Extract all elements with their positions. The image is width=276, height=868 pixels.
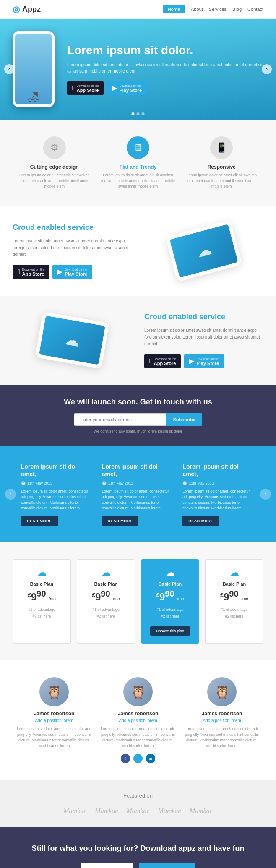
apple-icon: : [72, 84, 75, 92]
plan-3-currency: £: [156, 592, 159, 598]
c2-playstore-name: Play Store: [196, 361, 219, 366]
cloud-2-buttons:  Download on the App Store ▶ Download o…: [144, 354, 263, 368]
navbar: ◎ Appz Home About Services Blog Contact: [0, 0, 276, 19]
blog-2-date: 🕐 11th May 2013: [102, 481, 174, 485]
cloud-2-appstore-button[interactable]:  Download on the App Store: [144, 354, 181, 368]
blog-next-arrow[interactable]: ›: [260, 489, 271, 500]
avatar-2: 🦉: [123, 677, 153, 706]
c2-appstore-name: App Store: [154, 361, 176, 366]
blog-1-date: 🕐 11th May 2013: [21, 481, 94, 485]
plan-1-period: /mo: [49, 597, 56, 601]
plan-1-features: #1 of advantage #2 list here: [18, 606, 65, 620]
hero-playstore-button[interactable]: ▶ Download on the Play Store: [107, 81, 147, 95]
blog-card-1: Lorem ipsum sit dol amet, 🕐 11th May 201…: [21, 463, 94, 526]
hero-content: 🏖 Lorem ipsum sit dolor. Lorem ipsum dol…: [13, 31, 263, 107]
clock-icon: 🕐: [21, 481, 26, 485]
hero-next-arrow[interactable]: ›: [262, 64, 272, 74]
member-2-name: James robertson: [100, 711, 176, 717]
email-input[interactable]: [74, 413, 166, 426]
cta-appstore-button[interactable]:  Download on the App Store: [81, 863, 133, 868]
blog-section: ‹ Lorem ipsum sit dol amet, 🕐 11th May 2…: [0, 446, 276, 542]
feature-design: ⚙ Cutting-edge design Lorem ipsum dolor …: [13, 136, 96, 190]
member-1-desc: Lorem ipsum sit dolor amet, consectetur …: [16, 726, 92, 749]
cloud-2-playstore-button[interactable]: ▶ Download on the Play Store: [184, 354, 224, 368]
hero-phone: 🏖: [13, 31, 59, 107]
nav-contact[interactable]: Contact: [247, 7, 263, 12]
choose-plan-button[interactable]: Choose this plan: [150, 626, 190, 636]
blog-2-desc: Lorem ipsum sit dolor amet, consectetur …: [102, 489, 174, 511]
feature-responsive-desc: Lorem ipsum dolor sit amet elit sit awek…: [184, 172, 259, 190]
featured-logo-1: Mamkae: [63, 807, 86, 815]
plan-3-name: Basic Plan: [146, 581, 194, 586]
blog-1-title: Lorem ipsum sit dol amet,: [21, 463, 94, 478]
appstore-dl-text: Download on the: [77, 84, 99, 87]
plan-icon-1: ☁: [18, 567, 65, 578]
cloud-section-2: Croud enabled service Lorem ipsum sit do…: [0, 296, 276, 385]
playstore-dl-text: Download on the: [119, 84, 141, 87]
hero-buttons:  Download on the App Store ▶ Download o…: [67, 81, 263, 95]
member-3-desc: Lorem ipsum sit dolor amet, consectetur …: [184, 726, 260, 749]
team-section: 🦉 James robertson Add a position lorem L…: [0, 660, 276, 780]
facebook-link[interactable]: f: [121, 754, 130, 763]
blog-1-desc: Lorem ipsum sit dolor amet, consectetur …: [21, 489, 94, 511]
member-2-desc: Lorem ipsum sit dolor amet, consectetur …: [100, 726, 176, 749]
download-cta-section: Still for what you looking for? Download…: [0, 827, 276, 868]
hero-dot-3[interactable]: [142, 112, 145, 115]
hero-dots: [132, 112, 145, 115]
apple-icon-3: : [149, 357, 152, 365]
plan-2-period: /mo: [113, 597, 120, 601]
hero-dot-2[interactable]: [137, 112, 140, 115]
logo[interactable]: ◎ Appz: [13, 4, 41, 14]
nav-about[interactable]: About: [191, 7, 203, 12]
cloud-1-title: Croud enabled service: [13, 223, 132, 232]
c2-playstore-dl: Download on the: [196, 357, 219, 360]
email-form: Subscribe: [13, 413, 263, 426]
featured-section: Featured on Mamkae Mamkae Mamkae Mamkae …: [0, 780, 276, 827]
team-grid: 🦉 James robertson Add a position lorem L…: [13, 677, 263, 763]
c1-appstore-dl: Download on the: [22, 268, 44, 271]
appstore-name: App Store: [77, 88, 99, 93]
linkedin-link[interactable]: in: [146, 754, 155, 763]
member-1-name: James robertson: [16, 711, 92, 717]
cloud-2-image: ☁: [13, 317, 132, 363]
cloud-2-title: Croud enabled service: [144, 313, 263, 321]
feature-design-title: Cutting-edge design: [17, 164, 92, 170]
plan-3-period: /mo: [177, 597, 184, 601]
team-member-1: 🦉 James robertson Add a position lorem L…: [16, 677, 92, 763]
blog-3-date: 🕐 11th May 2013: [182, 481, 255, 485]
feature-flat-title: Flat and Trendy: [100, 164, 175, 170]
hero-appstore-button[interactable]:  Download on the App Store: [67, 81, 104, 95]
plan-1-price: £990 /mo: [18, 589, 65, 603]
blog-3-readmore[interactable]: READ MORE: [182, 516, 219, 526]
blog-2-title: Lorem ipsum sit dol amet,: [102, 463, 174, 478]
cloud-1-description: Lorem ipsum sit dolor amet awso sit amet…: [13, 238, 132, 258]
nav-services[interactable]: Services: [209, 7, 227, 12]
cloud-2-description: Lorem ipsum sit dolor amet awso sit amet…: [144, 327, 263, 347]
feature-design-icon: ⚙: [43, 136, 66, 159]
hero-prev-arrow[interactable]: ‹: [4, 64, 14, 74]
twitter-link[interactable]: t: [133, 754, 143, 763]
member-3-name: James robertson: [184, 711, 260, 717]
android-icon-2: ▶: [57, 268, 62, 276]
blog-1-readmore[interactable]: READ MORE: [21, 516, 58, 526]
pricing-card-3-featured: ☁ Basic Plan £990 /mo #1 of advantage #2…: [141, 559, 199, 644]
pricing-section: ☁ Basic Plan £990 /mo #1 of advantage #2…: [0, 542, 276, 660]
subscribe-button[interactable]: Subscribe: [166, 413, 202, 426]
plan-4-price: £990 /mo: [211, 589, 258, 603]
nav-blog[interactable]: Blog: [232, 7, 242, 12]
apple-icon-2: : [18, 268, 20, 276]
nav-home[interactable]: Home: [163, 5, 185, 13]
feature-responsive-icon: 📱: [210, 136, 233, 159]
cloud-1-appstore-button[interactable]:  Download on the App Store: [13, 265, 49, 279]
plan-icon-2: ☁: [82, 567, 130, 578]
c1-appstore-name: App Store: [22, 271, 44, 276]
playstore-name: Play Store: [119, 88, 142, 93]
cloud-1-playstore-button[interactable]: ▶ Download on the Play Store: [52, 265, 92, 279]
cloud-1-text: Croud enabled service Lorem ipsum sit do…: [13, 223, 132, 279]
pricing-grid: ☁ Basic Plan £990 /mo #1 of advantage #2…: [13, 559, 263, 644]
hero-dot-1[interactable]: [132, 112, 135, 115]
blog-prev-arrow[interactable]: ‹: [5, 489, 16, 500]
blog-2-readmore[interactable]: READ MORE: [102, 516, 139, 526]
cta-playstore-button[interactable]: ▶ Download on the Play Store: [139, 863, 195, 868]
c1-playstore-name: Play Store: [65, 271, 87, 276]
